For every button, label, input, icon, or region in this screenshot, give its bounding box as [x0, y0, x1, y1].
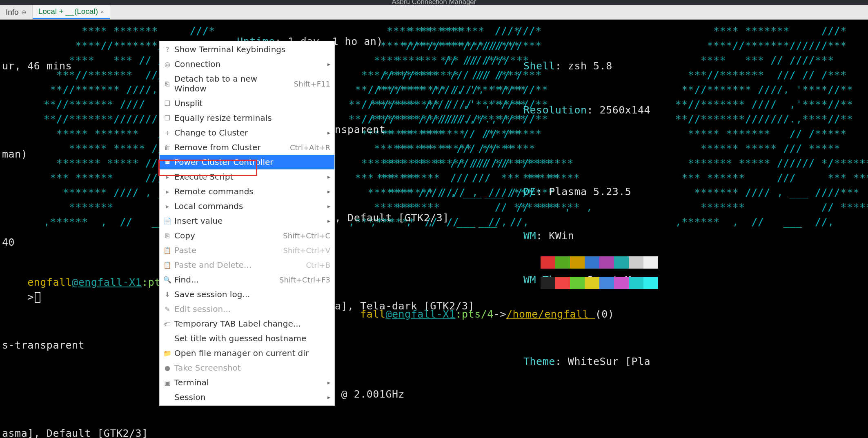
window-titlebar: Asbru Connection Manager	[0, 0, 868, 5]
menu-item-power-cluster-controller[interactable]: ≡Power Cluster Controller	[160, 155, 334, 169]
menu-item-local-commands[interactable]: ▸Local commands▸	[160, 199, 334, 213]
tab-local[interactable]: Local + __(Local) ×	[33, 5, 110, 19]
menu-item-connection[interactable]: ◎Connection▸	[160, 57, 334, 71]
close-icon[interactable]: ⊖	[21, 9, 27, 16]
menu-label: Unsplit	[174, 98, 203, 108]
menu-icon: ?	[164, 46, 171, 53]
menu-label: Change to Cluster	[174, 128, 248, 138]
menu-shortcut: Shift+F11	[294, 80, 330, 88]
frag-line: @ 2.001GHz	[335, 387, 487, 402]
submenu-arrow-icon: ▸	[327, 129, 330, 136]
menu-shortcut: Shift+Ctrl+C	[283, 231, 330, 240]
close-icon[interactable]: ×	[100, 8, 104, 15]
tab-info-label: Info	[6, 8, 19, 17]
menu-label: Connection	[174, 59, 220, 69]
menu-item-paste-and-delete: 📋Paste and Delete...Ctrl+B	[160, 258, 334, 272]
left-frag-col: ur, 46 mins man) 40 s-transparent asma],…	[2, 29, 180, 438]
prompt-right: fall@engfall-X1:pts/4->/home/engfall (0)	[335, 292, 614, 336]
menu-label: Power Cluster Controller	[174, 157, 274, 167]
menu-label: Save session log...	[174, 289, 250, 299]
menu-icon: ▸	[164, 188, 171, 196]
menu-icon: ✎	[164, 305, 171, 313]
submenu-arrow-icon: ▸	[327, 203, 330, 209]
color-swatch	[614, 277, 629, 289]
menu-icon: 📋	[164, 247, 171, 254]
frag-line: man)	[2, 147, 180, 162]
menu-icon: 🗑	[164, 144, 171, 151]
menu-icon: ▸	[164, 202, 171, 210]
menu-item-remove-from-cluster[interactable]: 🗑Remove from ClusterCtrl+Alt+R	[160, 140, 334, 155]
menu-label: Session	[174, 392, 205, 402]
menu-label: Show Terminal Keybindings	[174, 44, 285, 54]
menu-item-show-terminal-keybindings[interactable]: ?Show Terminal Keybindings	[160, 42, 334, 57]
frag-line: , Default [GTK2/3]	[335, 211, 487, 225]
tab-info[interactable]: Info ⊖	[0, 5, 33, 19]
menu-icon: 📋	[164, 261, 171, 269]
menu-item-terminal[interactable]: ▣Terminal▸	[160, 375, 334, 390]
color-swatch	[585, 277, 599, 289]
menu-icon: ❐	[164, 114, 171, 122]
menu-icon: 🔍	[164, 276, 171, 284]
frag-line: nsparent	[335, 122, 487, 137]
frag-line: 40	[2, 235, 180, 250]
menu-icon: ≡	[164, 158, 171, 166]
menu-item-open-file-manager-on-current-dir[interactable]: 📁Open file manager on current dir	[160, 346, 334, 360]
terminal-context-menu: ?Show Terminal Keybindings◎Connection▸⎘D…	[159, 41, 335, 406]
terminal-area[interactable]: **** ******* ///* **** ******* ///* ****…	[0, 20, 868, 438]
menu-item-remote-commands[interactable]: ▸Remote commands▸	[160, 184, 334, 199]
menu-shortcut: Ctrl+Alt+R	[290, 143, 330, 152]
menu-item-temporary-tab-label-change[interactable]: 🏷Temporary TAB Label change...	[160, 316, 334, 331]
menu-icon: ❐	[164, 100, 171, 107]
menu-item-save-session-log[interactable]: ⬇Save session log...	[160, 287, 334, 302]
menu-shortcut: Shift+Ctrl+F3	[279, 276, 330, 284]
color-swatch	[541, 277, 555, 289]
menu-label: Edit session...	[174, 304, 231, 314]
menu-icon: ⎘	[164, 80, 171, 88]
menu-label: Execute Script	[174, 172, 233, 182]
menu-item-equally-resize-terminals[interactable]: ❐Equally resize terminals	[160, 111, 334, 125]
menu-item-session[interactable]: Session▸	[160, 390, 334, 405]
menu-item-set-title-with-guessed-hostname[interactable]: Set title with guessed hostname	[160, 331, 334, 346]
submenu-arrow-icon: ▸	[327, 394, 330, 400]
menu-icon: 🏷	[164, 320, 171, 328]
menu-shortcut: Shift+Ctrl+V	[283, 246, 330, 255]
frag-line: s-transparent	[2, 338, 180, 353]
menu-item-copy[interactable]: ⎘CopyShift+Ctrl+C	[160, 228, 334, 243]
menu-label: Insert value	[174, 216, 223, 226]
frag-line: asma], Default [GTK2/3]	[2, 426, 180, 438]
color-swatch	[570, 277, 585, 289]
menu-label: Set title with guessed hostname	[174, 334, 306, 343]
menu-icon: ●	[164, 364, 171, 372]
prompt-left-2: >	[2, 275, 40, 319]
menu-label: Paste and Delete...	[174, 260, 251, 270]
menu-label: Remove from Cluster	[174, 142, 260, 152]
color-swatch	[599, 277, 614, 289]
window-title: Asbru Connection Manager	[392, 0, 476, 6]
menu-item-edit-session: ✎Edit session...	[160, 302, 334, 316]
menu-label: Open file manager on current dir	[174, 348, 309, 358]
frag-line: ur, 46 mins	[2, 59, 180, 73]
menu-icon: 📄	[164, 217, 171, 225]
menu-item-execute-script[interactable]: ▸Execute Script▸	[160, 169, 334, 184]
menu-label: Temporary TAB Label change...	[174, 319, 301, 329]
menu-item-find[interactable]: 🔍Find...Shift+Ctrl+F3	[160, 272, 334, 287]
menu-icon: ▸	[164, 173, 171, 181]
menu-label: Find...	[174, 275, 199, 285]
menu-icon: ▣	[164, 379, 171, 387]
menu-shortcut: Ctrl+B	[306, 261, 330, 269]
color-swatch	[555, 277, 570, 289]
color-swatch	[643, 277, 658, 289]
menu-label: Detach tab to a new Window	[174, 74, 291, 93]
menu-item-detach-tab-to-a-new-window[interactable]: ⎘Detach tab to a new WindowShift+F11	[160, 71, 334, 96]
tab-local-label: Local + __(Local)	[38, 7, 98, 16]
menu-icon: +	[164, 129, 171, 137]
menu-label: Remote commands	[174, 187, 254, 196]
cursor	[35, 292, 40, 303]
submenu-arrow-icon: ▸	[327, 173, 330, 180]
menu-item-unsplit[interactable]: ❐Unsplit	[160, 96, 334, 111]
menu-icon: ◎	[164, 60, 171, 68]
menu-item-paste: 📋PasteShift+Ctrl+V	[160, 243, 334, 258]
menu-item-change-to-cluster[interactable]: +Change to Cluster▸	[160, 125, 334, 140]
menu-label: Paste	[174, 245, 196, 255]
menu-item-insert-value[interactable]: 📄Insert value▸	[160, 213, 334, 228]
